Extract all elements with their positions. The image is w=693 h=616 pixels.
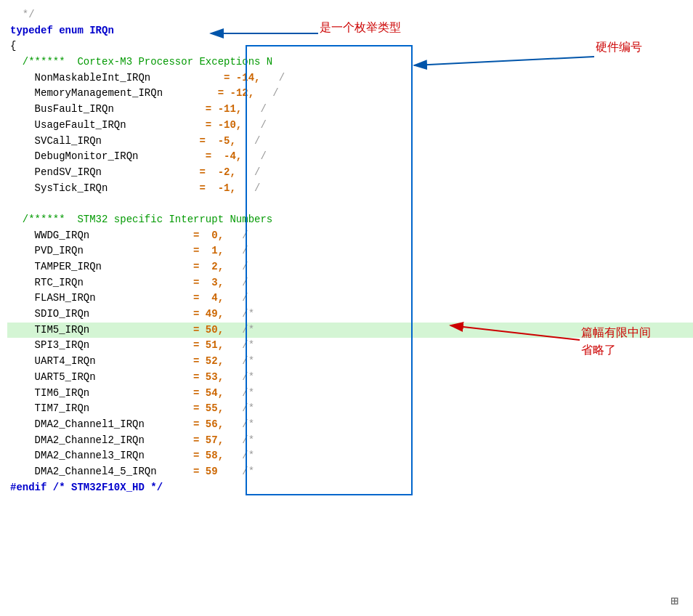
line-irq-wwdg: WWDG_IRQn = 0, / <box>7 228 693 244</box>
line-exception-3: UsageFault_IRQn = -10, / <box>7 118 693 134</box>
line-irq-dma2-ch45: DMA2_Channel4_5_IRQn = 59 /* <box>7 464 693 480</box>
line-irq-flash: FLASH_IRQn = 4, / <box>7 291 693 307</box>
line-irq-tim6: TIM6_IRQn = 54, /* <box>7 386 693 402</box>
open-brace: { <box>10 38 16 54</box>
line-exception-2: BusFault_IRQn = -11, / <box>7 102 693 118</box>
line-irq-dma2-ch2: DMA2_Channel2_IRQn = 57, /* <box>7 433 693 449</box>
omit-annotation-line2: 省略了 <box>581 343 616 358</box>
stm32-comment: /****** STM32 specific Interrupt Numbers <box>10 212 272 228</box>
hw-num-annotation: 硬件编号 <box>596 40 642 55</box>
cortex-comment: /****** Cortex-M3 Processor Exceptions N <box>10 54 272 70</box>
line-exception-4: SVCall_IRQn = -5, / <box>7 134 693 150</box>
line-exception-5: DebugMonitor_IRQn = -4, / <box>7 149 693 165</box>
line-irq-rtc: RTC_IRQn = 3, / <box>7 275 693 291</box>
enum-type-annotation: 是一个枚举类型 <box>320 20 401 36</box>
code-area: */ typedef enum IRQn { /****** Cortex-M3… <box>0 0 693 503</box>
line-irq-uart5: UART5_IRQn = 53, /* <box>7 370 693 386</box>
line-stm32-section: /****** STM32 specific Interrupt Numbers <box>7 212 693 228</box>
line-blank-1 <box>7 196 693 212</box>
line-cortex-section: /****** Cortex-M3 Processor Exceptions N <box>7 54 693 70</box>
line-exception-1: MemoryManagement_IRQn = -12, / <box>7 86 693 102</box>
grid-marker: ⊞ <box>670 593 678 609</box>
header-comment: */ <box>10 7 35 23</box>
line-footer: #endif /* STM32F10X_HD */ <box>7 480 693 496</box>
line-irq-dma2-ch3: DMA2_Channel3_IRQn = 58, /* <box>7 448 693 464</box>
line-exception-0: NonMaskableInt_IRQn = -14, / <box>7 70 693 86</box>
line-irq-dma2-ch1: DMA2_Channel1_IRQn = 56, /* <box>7 417 693 433</box>
footer-text: #endif /* STM32F10X_HD */ <box>10 480 163 496</box>
typedef-keyword: typedef enum IRQn <box>10 23 114 39</box>
line-exception-6: PendSV_IRQn = -2, / <box>7 165 693 181</box>
line-exception-7: SysTick_IRQn = -1, / <box>7 181 693 197</box>
line-irq-pvd: PVD_IRQn = 1, / <box>7 243 693 259</box>
line-irq-sdio: SDIO_IRQn = 49, /* <box>7 307 693 323</box>
omit-annotation-line1: 篇幅有限中间 <box>581 325 651 341</box>
line-brace: { <box>7 38 693 54</box>
line-irq-tamper: TAMPER_IRQn = 2, / <box>7 259 693 275</box>
line-irq-tim7: TIM7_IRQn = 55, /* <box>7 401 693 417</box>
